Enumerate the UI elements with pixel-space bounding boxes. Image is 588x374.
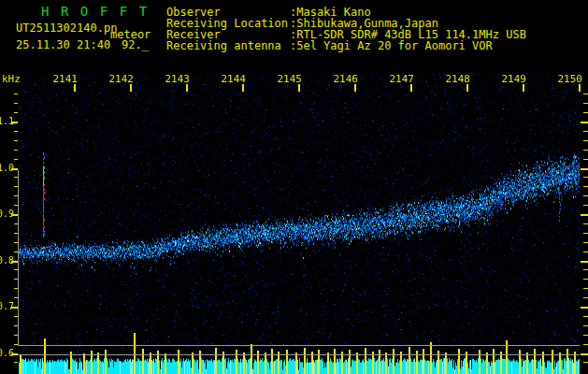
tick [583, 94, 588, 94]
tick [583, 103, 588, 104]
tick [14, 150, 18, 151]
freq-label: 0.8 [0, 255, 13, 266]
tick [581, 353, 588, 355]
tick [583, 335, 588, 336]
tick [583, 205, 588, 206]
tick [583, 177, 588, 178]
level-ref-line-lower [18, 354, 580, 355]
tick [583, 186, 588, 187]
hrofft-window: HROFFT UT2511302140.pn meteor 25.11.30 2… [0, 0, 588, 374]
tick [11, 353, 18, 355]
tick [14, 103, 18, 104]
tick [11, 261, 18, 263]
tick [583, 112, 588, 113]
tick [583, 159, 588, 160]
tick [583, 223, 588, 224]
minute-tick [130, 84, 132, 92]
tick [11, 122, 18, 123]
tick [14, 140, 18, 141]
freq-label: 1.0 [0, 163, 13, 173]
tick [583, 297, 588, 298]
tick [14, 159, 18, 160]
minute-tick [186, 84, 188, 92]
tick [583, 131, 588, 132]
spectrogram-canvas [19, 73, 580, 374]
tick [583, 279, 588, 280]
left-border-line [18, 170, 19, 345]
minute-tick [523, 84, 524, 92]
tick [11, 168, 18, 170]
level-ref-line-upper [18, 345, 580, 346]
tick [581, 168, 588, 170]
tick [583, 316, 588, 317]
minute-tick [354, 84, 356, 92]
app-title: HROFFT [41, 5, 159, 19]
tick [14, 112, 18, 113]
minute-tick [466, 84, 468, 92]
tick [11, 307, 18, 309]
tick [581, 307, 588, 309]
info-value-antenna: :5el Yagi Az 20 for Aomori VOR [290, 40, 493, 51]
tick [583, 252, 588, 252]
tick [583, 269, 588, 270]
minute-tick [74, 84, 76, 92]
minute-tick [410, 84, 412, 92]
tick [583, 325, 588, 326]
tick [583, 233, 588, 234]
tick [581, 214, 588, 216]
tick [14, 94, 18, 94]
freq-unit-label: kHz [2, 74, 21, 85]
tick [583, 195, 588, 196]
minute-tick [298, 84, 300, 92]
datetime-label: 25.11.30 21:40 [16, 39, 110, 50]
tick [583, 344, 588, 345]
tick [583, 362, 588, 363]
freq-label: 0.6 [0, 348, 13, 358]
tick [581, 122, 588, 123]
minute-tick [242, 84, 244, 92]
tick [583, 242, 588, 243]
tick [583, 150, 588, 151]
counter-label: 92._ [122, 39, 149, 50]
tick [14, 131, 18, 132]
tick [581, 261, 588, 263]
tick [583, 288, 588, 289]
info-label-antenna: Receiving antenna [166, 40, 281, 51]
file-name-label: UT2511302140.pn [16, 22, 117, 34]
tick [11, 214, 18, 216]
tick [14, 362, 18, 363]
minute-tick [579, 84, 581, 92]
tick [583, 140, 588, 141]
